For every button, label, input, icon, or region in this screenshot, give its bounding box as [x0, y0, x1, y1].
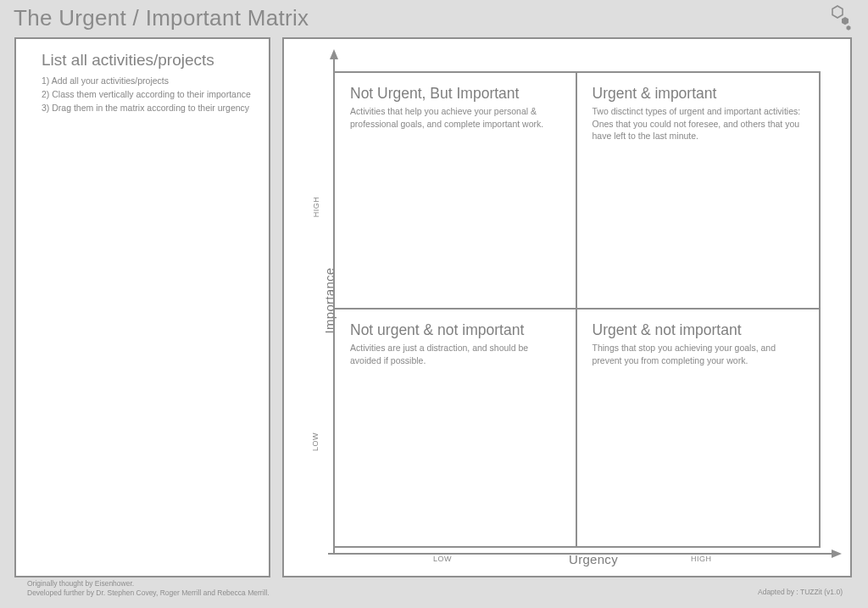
svg-marker-2 — [847, 25, 851, 31]
credit-line: Developed further by Dr. Stephen Covey, … — [27, 588, 270, 598]
logo-hexagons-icon — [822, 5, 853, 34]
y-axis-low: LOW — [311, 432, 320, 451]
x-axis-high: HIGH — [691, 555, 712, 563]
instruction-step: 1) Add all your activities/projects — [42, 75, 252, 88]
instruction-step: 2) Class them vertically according to th… — [42, 88, 252, 102]
svg-marker-6 — [832, 549, 842, 558]
quadrant-urgent-important[interactable]: Urgent & important Two disctinct types o… — [577, 73, 820, 310]
quadrant-title: Urgent & not important — [593, 321, 804, 339]
footer-credits: Originally thought by Eisenhower. Develo… — [27, 579, 270, 598]
page-title: The Urgent / Important Matrix — [14, 5, 309, 31]
instructions-list: 1) Add all your activities/projects 2) C… — [42, 75, 252, 114]
quadrant-title: Not urgent & not important — [350, 321, 560, 339]
footer-adapted-by: Adapted by : TUZZit (v1.0) — [758, 588, 843, 596]
quadrant-title: Urgent & important — [593, 85, 804, 103]
quadrant-urgent-not-important[interactable]: Urgent & not important Things that stop … — [577, 310, 820, 546]
quadrant-not-urgent-important[interactable]: Not Urgent, But Important Activities tha… — [335, 73, 577, 310]
instruction-step: 3) Drag them in the matrix according to … — [42, 102, 252, 115]
credit-line: Originally thought by Eisenhower. — [27, 579, 270, 588]
activities-heading: List all activities/projects — [42, 51, 252, 70]
quadrant-desc: Things that stop you achieving your goal… — [593, 342, 804, 366]
y-axis-high: HIGH — [312, 197, 320, 218]
quadrant-desc: Activities that help you achieve your pe… — [350, 105, 560, 130]
matrix-panel: Importance Urgency HIGH LOW LOW HIGH Not… — [282, 37, 852, 577]
x-axis-label: Urgency — [569, 552, 618, 566]
svg-marker-4 — [330, 49, 338, 59]
quadrant-desc: Activities are just a distraction, and s… — [350, 342, 560, 366]
matrix-grid: Not Urgent, But Important Activities tha… — [333, 71, 821, 548]
svg-marker-0 — [832, 6, 843, 18]
activities-panel[interactable]: List all activities/projects 1) Add all … — [14, 37, 270, 577]
quadrant-not-urgent-not-important[interactable]: Not urgent & not important Activities ar… — [335, 310, 577, 546]
quadrant-title: Not Urgent, But Important — [350, 85, 560, 103]
svg-marker-1 — [842, 17, 849, 25]
quadrant-desc: Two disctinct types of urgent and import… — [593, 105, 804, 142]
x-axis-low: LOW — [433, 555, 452, 563]
